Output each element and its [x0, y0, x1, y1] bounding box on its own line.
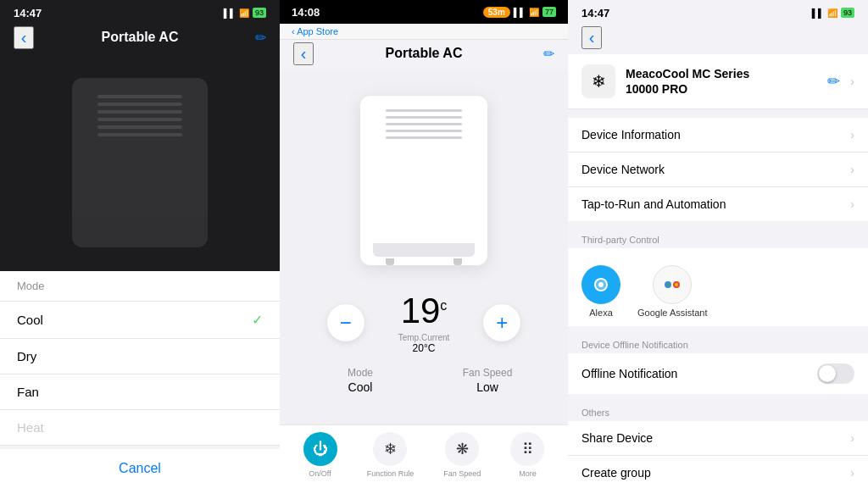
mode-display: Mode Cool: [305, 367, 415, 394]
ac-grill: [97, 95, 182, 136]
fan-speed-control[interactable]: ❋ Fan Speed: [443, 432, 481, 478]
device-name-line2: 10000 PRO: [626, 81, 810, 97]
offline-notification-label: Offline Notification: [581, 367, 677, 380]
alexa-icon: [581, 265, 620, 304]
nav-bar-mid: ‹ Portable AC ✏: [280, 40, 568, 70]
temp-decrease-button[interactable]: −: [327, 304, 364, 341]
third-party-header: Third-party Control: [568, 230, 868, 248]
mode-label-dry: Dry: [17, 349, 36, 363]
grill-line-light: [386, 109, 462, 112]
wifi-icon-right: 📶: [827, 8, 837, 18]
others-header: Others: [568, 402, 868, 421]
fan-speed-ctrl-icon: ❋: [445, 432, 479, 466]
more-control[interactable]: ⠿ More: [510, 432, 544, 478]
device-header: ❄ MeacoCool MC Series 10000 PRO ✏ ›: [568, 54, 868, 109]
temp-value: 19c: [401, 291, 448, 330]
wifi-icon-left: 📶: [239, 8, 249, 18]
share-device-right: ›: [850, 431, 854, 445]
create-group-label: Create group: [581, 466, 651, 480]
mode-selector: Mode Cool ✓ Dry Fan Heat: [0, 271, 280, 446]
tap-to-run-chevron: ›: [850, 197, 854, 211]
others-group: Share Device › Create group › Check Devi…: [568, 421, 868, 488]
status-icons-left: ▌▌ 📶 93: [224, 8, 266, 18]
google-assistant-label: Google Assistant: [637, 308, 708, 318]
power-control[interactable]: ⏻ On/Off: [303, 432, 337, 478]
device-information-right: ›: [850, 128, 854, 141]
grill-line: [97, 103, 182, 106]
fan-speed-ctrl-label: Fan Speed: [443, 469, 481, 478]
offline-toggle[interactable]: [817, 363, 854, 384]
grill-line-light: [386, 116, 462, 119]
battery-right: 93: [841, 8, 854, 18]
temp-unit: c: [440, 298, 447, 313]
device-information-item[interactable]: Device Information ›: [568, 118, 868, 152]
device-information-label: Device Information: [581, 128, 681, 141]
back-button-right[interactable]: ‹: [581, 26, 602, 49]
main-menu-group: Device Information › Device Network › Ta…: [568, 118, 868, 221]
nav-bar-right: ‹: [568, 24, 868, 54]
more-icon: ⠿: [510, 432, 544, 466]
cancel-button[interactable]: Cancel: [0, 446, 280, 488]
grill-line-light: [386, 136, 462, 139]
google-assistant-item[interactable]: Google Assistant: [637, 265, 708, 318]
create-group-chevron: ›: [850, 466, 854, 480]
mode-label-cool: Cool: [17, 313, 43, 327]
grill-line-light: [386, 123, 462, 125]
device-network-right: ›: [850, 163, 854, 176]
svg-point-1: [598, 282, 604, 287]
tap-to-run-item[interactable]: Tap-to-Run and Automation ›: [568, 187, 868, 221]
temp-current-value: 20°C: [398, 342, 450, 354]
temp-increase-button[interactable]: +: [483, 304, 520, 341]
tap-to-run-label: Tap-to-Run and Automation: [581, 197, 726, 211]
back-button-mid[interactable]: ‹: [293, 42, 314, 65]
mode-item-heat: Heat: [0, 410, 280, 446]
back-button-left[interactable]: ‹: [14, 26, 34, 49]
right-scroll-area[interactable]: ❄ MeacoCool MC Series 10000 PRO ✏ › Devi…: [568, 54, 868, 488]
mode-label-heat: Heat: [17, 420, 44, 435]
grill-line: [97, 125, 182, 129]
ac-feet: [386, 258, 462, 265]
share-device-label: Share Device: [581, 431, 653, 445]
status-bar-left: 14:47 ▌▌ 📶 93: [0, 0, 280, 24]
device-network-label: Device Network: [581, 163, 665, 176]
time-left: 14:47: [14, 7, 42, 19]
ac-grill-light: [386, 109, 462, 139]
mode-item-fan[interactable]: Fan: [0, 374, 280, 410]
ac-device-dark: [72, 78, 208, 247]
power-label: On/Off: [309, 469, 331, 478]
alexa-item[interactable]: Alexa: [581, 265, 620, 318]
bottom-controls: ⏻ On/Off ❄ Function Rule ❋ Fan Speed ⠿ M…: [280, 424, 568, 488]
time-right: 14:47: [581, 7, 609, 19]
create-group-right: ›: [850, 466, 854, 480]
battery-mid: 77: [542, 7, 556, 17]
create-group-item[interactable]: Create group ›: [568, 456, 868, 488]
power-icon: ⏻: [303, 432, 337, 466]
svg-point-5: [675, 283, 678, 286]
appstore-back[interactable]: ‹ App Store: [292, 26, 338, 36]
more-label: More: [519, 469, 537, 478]
third-party-section: Alexa Google Assistant: [568, 248, 868, 326]
device-network-item[interactable]: Device Network ›: [568, 152, 868, 187]
nav-title-mid: Portable AC: [314, 46, 534, 61]
mode-check-cool: ✓: [252, 312, 263, 328]
device-name-line1: MeacoCool MC Series: [626, 66, 810, 81]
status-icons-mid: 53m ▌▌ 📶 77: [483, 7, 556, 18]
device-edit-icon[interactable]: ✏: [827, 72, 840, 91]
mode-fan-row: Mode Cool Fan Speed Low: [280, 358, 568, 402]
alexa-label: Alexa: [589, 308, 613, 318]
edit-button-left[interactable]: ✏: [246, 30, 266, 46]
ac-foot: [386, 258, 394, 265]
ac-device-light: [360, 96, 487, 265]
mode-header: Mode: [0, 271, 280, 302]
grill-line: [97, 133, 182, 136]
status-bar-right: 14:47 ▌▌ 📶 93: [568, 0, 868, 24]
device-chevron: ›: [850, 75, 854, 88]
grill-line-light: [386, 130, 462, 132]
mode-item-cool[interactable]: Cool ✓: [0, 302, 280, 339]
function-rule-icon: ❄: [373, 432, 407, 466]
function-rule-control[interactable]: ❄ Function Rule: [367, 432, 415, 478]
ac-image-area-left: [0, 54, 280, 271]
share-device-item[interactable]: Share Device ›: [568, 421, 868, 456]
edit-button-mid[interactable]: ✏: [534, 46, 554, 62]
mode-item-dry[interactable]: Dry: [0, 339, 280, 374]
